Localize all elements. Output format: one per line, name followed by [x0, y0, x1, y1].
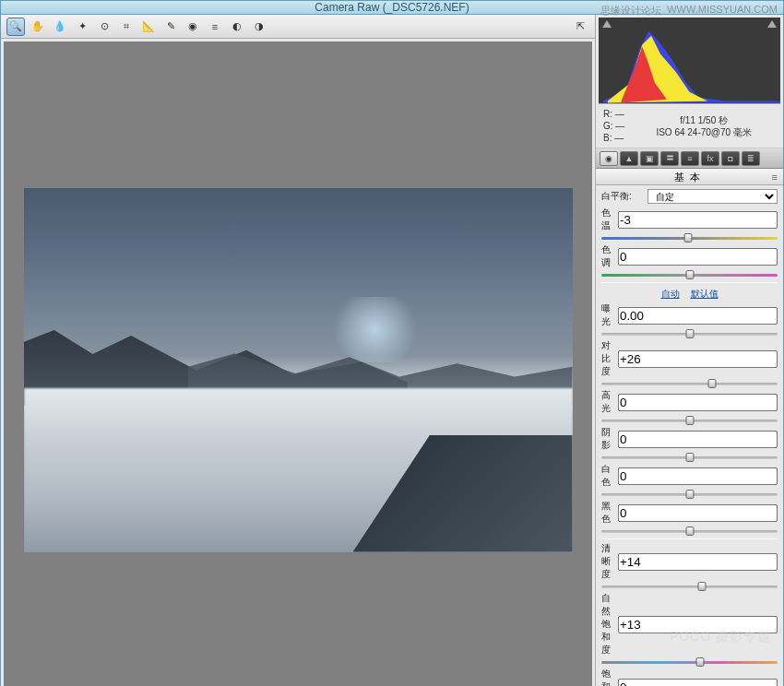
rotate-ccw-icon[interactable]: ◐	[228, 18, 246, 36]
straighten-icon[interactable]: 📐	[139, 18, 158, 36]
temp-slider[interactable]	[601, 233, 778, 242]
tab-basic[interactable]: ◉	[600, 151, 618, 166]
contrast-slider[interactable]	[601, 379, 778, 388]
tab-split[interactable]: ≡	[681, 151, 699, 166]
contrast-value[interactable]	[618, 350, 778, 368]
tab-camera[interactable]: ◘	[721, 151, 740, 166]
blacks-value[interactable]	[618, 504, 778, 522]
exif-aperture-shutter: f/11 1/50 秒	[632, 114, 776, 126]
blacks-slider[interactable]	[601, 526, 778, 536]
titlebar: Camera Raw (_DSC5726.NEF) 思缘设计论坛 WWW.MIS…	[1, 1, 783, 15]
highlights-label: 高光	[601, 389, 618, 415]
exposure-slider[interactable]	[601, 329, 778, 338]
vibrance-label: 自然饱和度	[601, 592, 618, 656]
fullscreen-toggle-icon[interactable]: ⇱	[571, 18, 589, 36]
crop-tool-icon[interactable]: ⌗	[117, 18, 136, 36]
shadows-slider[interactable]	[601, 453, 778, 462]
metadata-readout: R: — G: — B: — f/11 1/50 秒 ISO 64 24-70@…	[596, 104, 783, 148]
panel-title: 基本	[596, 169, 783, 185]
whites-label: 白色	[601, 463, 618, 489]
contrast-label: 对比度	[601, 339, 618, 378]
toolbar: 🔍 ✋ 💧 ✦ ⊙ ⌗ 📐 ✎ ◉ ≡ ◐ ◑ ⇱	[1, 15, 595, 39]
tab-curve[interactable]: ▲	[620, 151, 638, 166]
clarity-label: 清晰度	[601, 542, 618, 581]
exif-iso-lens: ISO 64 24-70@70 毫米	[632, 126, 776, 138]
temp-value[interactable]	[618, 211, 778, 229]
preview-area[interactable]	[4, 41, 592, 686]
auto-link[interactable]: 自动	[661, 289, 680, 299]
tint-slider[interactable]	[601, 270, 778, 279]
clarity-value[interactable]	[618, 553, 778, 571]
saturation-value[interactable]	[618, 679, 778, 687]
tint-value[interactable]	[618, 248, 778, 266]
highlights-slider[interactable]	[601, 416, 778, 425]
whites-slider[interactable]	[601, 490, 778, 499]
panel-tabs: ◉ ▲ ▣ 〓 ≡ fx ◘ ≣	[596, 148, 783, 169]
targeted-adjust-icon[interactable]: ⊙	[95, 18, 113, 36]
default-link[interactable]: 默认值	[691, 289, 719, 299]
tab-fx[interactable]: fx	[701, 151, 719, 166]
rotate-cw-icon[interactable]: ◑	[250, 18, 268, 36]
exposure-value[interactable]	[618, 307, 778, 325]
redeye-icon[interactable]: ◉	[184, 18, 202, 36]
wb-label: 白平衡:	[601, 190, 644, 203]
whites-value[interactable]	[618, 467, 778, 485]
exposure-label: 曝光	[601, 302, 618, 328]
wb-eyedropper-icon[interactable]: 💧	[51, 18, 69, 36]
color-sampler-icon[interactable]: ✦	[73, 18, 91, 36]
vibrance-slider[interactable]	[601, 657, 778, 667]
wb-select[interactable]: 自定	[647, 189, 778, 204]
clarity-slider[interactable]	[601, 582, 778, 591]
temp-label: 色温	[601, 207, 618, 232]
window-title: Camera Raw (_DSC5726.NEF)	[315, 1, 469, 14]
shadows-value[interactable]	[618, 431, 778, 448]
highlights-value[interactable]	[618, 394, 778, 411]
image-preview	[24, 188, 573, 552]
vibrance-value[interactable]	[618, 616, 778, 633]
tab-hsl[interactable]: 〓	[660, 151, 679, 166]
basic-panel: 白平衡: 自定 色温 色调 自动默认值 曝光	[596, 185, 783, 686]
zoom-tool-icon[interactable]: 🔍	[6, 18, 25, 36]
watermark: 思缘设计论坛 WWW.MISSYUAN.COM	[600, 4, 778, 18]
histogram[interactable]	[599, 18, 780, 104]
spot-removal-icon[interactable]: ✎	[161, 18, 180, 36]
saturation-label: 饱和度	[601, 668, 618, 686]
blacks-label: 黑色	[601, 500, 618, 526]
shadows-label: 阴影	[601, 426, 618, 452]
tint-label: 色调	[601, 243, 618, 269]
hand-tool-icon[interactable]: ✋	[29, 18, 47, 36]
prefs-icon[interactable]: ≡	[206, 18, 224, 36]
tab-presets[interactable]: ≣	[742, 151, 760, 166]
tab-detail[interactable]: ▣	[640, 151, 659, 166]
camera-raw-window: Camera Raw (_DSC5726.NEF) 思缘设计论坛 WWW.MIS…	[0, 0, 784, 686]
